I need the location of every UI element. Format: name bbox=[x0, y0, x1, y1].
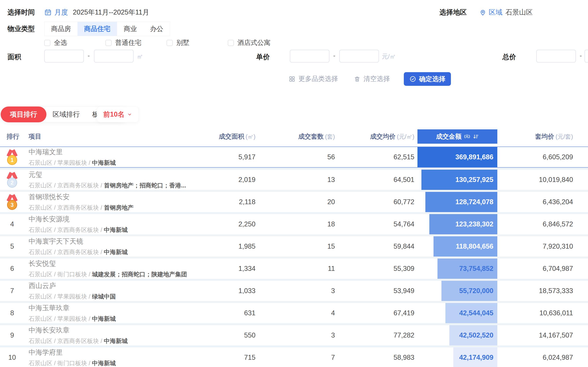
table-row-rank-6[interactable]: 6长安悦玺石景山区 / 衙门口板块 / 城建发展；招商蛇口；陕建地产集团1,33… bbox=[0, 259, 588, 279]
project-name[interactable]: 首钢璟悦长安 bbox=[29, 192, 196, 201]
unit-price-min-input[interactable] bbox=[290, 50, 329, 62]
deal-units-value: 7 bbox=[255, 354, 335, 361]
deal-amount-cell: 369,891,686 bbox=[414, 147, 497, 167]
project-name[interactable]: 西山云庐 bbox=[29, 281, 196, 291]
project-name[interactable]: 中海瑞文里 bbox=[29, 147, 196, 157]
area-max-input[interactable] bbox=[94, 50, 134, 62]
project-location-path: 石景山区 / 京西商务区板块 / 中海新城 bbox=[29, 248, 196, 256]
more-categories-label: 更多品类选择 bbox=[298, 74, 338, 83]
deal-area-value: 631 bbox=[196, 309, 255, 317]
property-type-tab-3[interactable]: 办公 bbox=[143, 22, 170, 36]
price-per-unit-value: 7,920,310 bbox=[497, 242, 588, 250]
project-name[interactable]: 长安悦玺 bbox=[29, 259, 196, 268]
deal-avg-price-value: 54,764 bbox=[335, 220, 414, 228]
time-filter-label: 选择时间 bbox=[8, 8, 35, 17]
region-value[interactable]: 石景山区 bbox=[505, 8, 533, 17]
col-header-project: 项目 bbox=[24, 132, 196, 141]
deal-amount-value: 73,754,852 bbox=[459, 259, 493, 279]
project-name[interactable]: 元玺 bbox=[29, 170, 196, 179]
ranking-tab-0[interactable]: 项目排行 bbox=[1, 107, 46, 122]
confirm-selection-button[interactable]: 确定选择 bbox=[404, 72, 451, 86]
property-option-1[interactable]: 普通住宅 bbox=[105, 38, 142, 47]
unit-price-max-input[interactable] bbox=[339, 50, 379, 62]
price-per-unit-value: 14,167,507 bbox=[497, 331, 588, 339]
real-estate-ranking-page: { "filters": { "time": {"label": "选择时间",… bbox=[0, 0, 588, 367]
table-row-rank-7[interactable]: 7西山云庐石景山区 / 苹果园板块 / 绿城中国1,033353,94955,7… bbox=[0, 281, 588, 301]
col-header-amount-sorted[interactable]: 成交金额(元) bbox=[418, 129, 497, 144]
total-price-max-input[interactable] bbox=[584, 50, 588, 62]
row-separator bbox=[0, 257, 588, 259]
property-option-2[interactable]: 别墅 bbox=[167, 38, 189, 47]
project-name[interactable]: 中海寰宇天下天镜 bbox=[29, 237, 196, 246]
project-name[interactable]: 中海学府里 bbox=[29, 348, 196, 357]
property-type-tab-0[interactable]: 商品房 bbox=[44, 22, 77, 36]
project-location-path: 石景山区 / 衙门口板块 / 中海新城 bbox=[29, 359, 196, 367]
area-min-input[interactable] bbox=[44, 50, 84, 62]
deal-amount-cell: 130,257,925 bbox=[414, 170, 497, 190]
project-location-path: 石景山区 / 京西商务区板块 / 中海新城 bbox=[29, 226, 196, 234]
row-separator bbox=[0, 212, 588, 214]
project-cell: 中海长安源境石景山区 / 京西商务区板块 / 中海新城 bbox=[24, 215, 196, 234]
rank-cell: 6 bbox=[0, 259, 24, 279]
table-row-rank-1[interactable]: 1中海瑞文里石景山区 / 苹果园板块 / 中海新城5,9175662,51536… bbox=[0, 147, 588, 168]
deal-units-value: 20 bbox=[255, 198, 335, 206]
region-mode-link[interactable]: 区域 bbox=[489, 8, 502, 17]
project-name[interactable]: 中海长安玖章 bbox=[29, 326, 196, 335]
ranking-tab-1[interactable]: 区域排行 bbox=[46, 107, 86, 122]
more-categories-button[interactable]: 更多品类选择 bbox=[289, 74, 338, 83]
total-price-min-input[interactable] bbox=[536, 50, 576, 62]
project-cell: 中海寰宇天下天镜石景山区 / 京西商务区板块 / 中海新城 bbox=[24, 237, 196, 256]
rank-cell: 9 bbox=[0, 325, 24, 345]
calendar-icon bbox=[44, 8, 52, 16]
deal-area-value: 2,019 bbox=[196, 176, 255, 184]
checkbox-icon[interactable] bbox=[167, 40, 173, 46]
property-option-3[interactable]: 酒店式公寓 bbox=[228, 38, 270, 47]
property-option-0[interactable]: 全选 bbox=[44, 38, 67, 47]
property-type-tab-1[interactable]: 商品住宅 bbox=[77, 22, 117, 36]
property-type-row: 物业类型 商品房商品住宅商业办公 bbox=[0, 22, 588, 36]
col-header-area: 成交面积(㎡) bbox=[196, 132, 255, 141]
property-option-label: 别墅 bbox=[176, 38, 189, 47]
top-n-dropdown[interactable]: 前10名 bbox=[97, 107, 139, 122]
table-row-rank-2[interactable]: 2元玺石景山区 / 京西商务区板块 / 首钢房地产；招商蛇口；香港...2,01… bbox=[0, 170, 588, 190]
bronze-medal-icon: 3 bbox=[6, 194, 18, 210]
row-separator bbox=[0, 279, 588, 281]
time-range-value[interactable]: 2025年11月--2025年11月 bbox=[73, 8, 149, 17]
rank-number: 10 bbox=[8, 354, 16, 361]
project-name[interactable]: 中海长安源境 bbox=[29, 215, 196, 224]
deal-amount-cell: 123,238,302 bbox=[414, 214, 497, 234]
region-picker[interactable]: 选择地区 区域 石景山区 bbox=[439, 8, 533, 17]
checkbox-icon[interactable] bbox=[44, 40, 50, 46]
table-row-rank-4[interactable]: 4中海长安源境石景山区 / 京西商务区板块 / 中海新城2,2501854,76… bbox=[0, 214, 588, 234]
time-mode-link[interactable]: 月度 bbox=[54, 8, 68, 17]
deal-avg-price-value: 60,772 bbox=[335, 198, 414, 206]
price-per-unit-value: 6,605,209 bbox=[497, 153, 588, 161]
property-type-tab-2[interactable]: 商业 bbox=[117, 22, 143, 36]
table-row-rank-3[interactable]: 3首钢璟悦长安石景山区 / 京西商务区板块 / 首钢房地产2,1182060,7… bbox=[0, 192, 588, 212]
project-cell: 中海学府里石景山区 / 衙门口板块 / 中海新城 bbox=[24, 348, 196, 367]
project-developer: 中海新城 bbox=[104, 249, 128, 255]
project-location-path: 石景山区 / 京西商务区板块 / 首钢房地产 bbox=[29, 204, 196, 212]
deal-avg-price-value: 59,844 bbox=[335, 242, 414, 250]
project-location-path: 石景山区 / 京西商务区板块 / 首钢房地产；招商蛇口；香港... bbox=[29, 182, 196, 189]
rank-cell: 7 bbox=[0, 281, 24, 301]
rank-number: 7 bbox=[10, 287, 14, 295]
time-picker[interactable]: 月度 2025年11月--2025年11月 bbox=[44, 8, 149, 17]
checkbox-icon[interactable] bbox=[228, 40, 234, 46]
check-circle-icon bbox=[409, 75, 416, 83]
project-developer: 中海新城 bbox=[104, 338, 128, 344]
price-per-unit-value: 10,636,011 bbox=[497, 309, 588, 317]
table-row-rank-5[interactable]: 5中海寰宇天下天镜石景山区 / 京西商务区板块 / 中海新城1,9851559,… bbox=[0, 236, 588, 257]
table-row-rank-8[interactable]: 8中海玉華玖章石景山区 / 苹果园板块 / 中海新城631467,41942,5… bbox=[0, 303, 588, 323]
gold-medal-icon: 1 bbox=[6, 149, 18, 165]
sort-descending-icon bbox=[473, 133, 479, 140]
clear-selection-button[interactable]: 清空选择 bbox=[354, 74, 390, 83]
checkbox-icon[interactable] bbox=[105, 40, 112, 46]
project-name[interactable]: 中海玉華玖章 bbox=[29, 303, 196, 313]
table-header-row: 排行 项目 成交面积(㎡) 成交套数(套) 成交均价(元/㎡) 成交金额(元) … bbox=[0, 129, 588, 144]
project-developer: 首钢房地产；招商蛇口；香港... bbox=[104, 182, 186, 189]
table-row-rank-9[interactable]: 9中海长安玖章石景山区 / 京西商务区板块 / 中海新城550377,28242… bbox=[0, 325, 588, 345]
table-row-rank-10[interactable]: 10中海学府里石景山区 / 衙门口板块 / 中海新城715758,98342,1… bbox=[0, 347, 588, 367]
rank-cell: 2 bbox=[0, 170, 24, 190]
deal-area-value: 5,917 bbox=[196, 153, 255, 161]
